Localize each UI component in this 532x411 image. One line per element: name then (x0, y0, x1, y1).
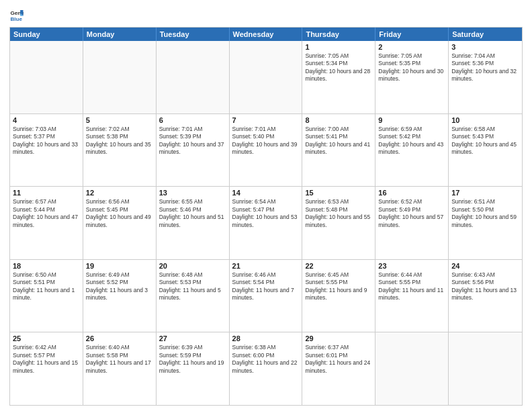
day-info: Sunrise: 6:58 AM Sunset: 5:43 PM Dayligh… (451, 126, 519, 156)
day-number: 1 (305, 43, 372, 51)
day-info: Sunrise: 7:01 AM Sunset: 5:40 PM Dayligh… (232, 126, 300, 156)
day-info: Sunrise: 6:56 AM Sunset: 5:45 PM Dayligh… (86, 198, 153, 229)
day-info: Sunrise: 6:48 AM Sunset: 5:53 PM Dayligh… (159, 271, 226, 302)
day-info: Sunrise: 6:57 AM Sunset: 5:44 PM Dayligh… (13, 198, 80, 229)
day-number: 16 (378, 189, 445, 197)
day-number: 2 (378, 43, 445, 51)
day-number: 25 (13, 334, 80, 342)
calendar-cell: 11Sunrise: 6:57 AM Sunset: 5:44 PM Dayli… (10, 187, 83, 259)
day-info: Sunrise: 7:00 AM Sunset: 5:41 PM Dayligh… (305, 126, 372, 156)
day-number: 8 (305, 116, 372, 124)
page: General Blue SundayMondayTuesdayWednesda… (0, 0, 532, 411)
calendar-row-1: 4Sunrise: 7:03 AM Sunset: 5:37 PM Daylig… (10, 113, 522, 187)
calendar-cell (230, 41, 303, 113)
header: General Blue (9, 8, 523, 23)
day-number: 21 (232, 262, 300, 270)
day-info: Sunrise: 7:05 AM Sunset: 5:34 PM Dayligh… (305, 52, 372, 83)
calendar-cell (10, 41, 83, 113)
day-number: 29 (305, 334, 372, 342)
calendar-cell: 3Sunrise: 7:04 AM Sunset: 5:36 PM Daylig… (449, 41, 522, 113)
calendar-cell (449, 332, 522, 405)
header-day-sunday: Sunday (10, 28, 83, 41)
calendar-cell: 4Sunrise: 7:03 AM Sunset: 5:37 PM Daylig… (10, 114, 83, 187)
day-info: Sunrise: 6:55 AM Sunset: 5:46 PM Dayligh… (159, 198, 226, 229)
calendar-cell: 16Sunrise: 6:52 AM Sunset: 5:49 PM Dayli… (375, 187, 449, 259)
day-number: 17 (451, 189, 519, 197)
day-info: Sunrise: 6:54 AM Sunset: 5:47 PM Dayligh… (232, 198, 300, 229)
day-number: 28 (232, 334, 300, 342)
day-info: Sunrise: 6:53 AM Sunset: 5:48 PM Dayligh… (305, 198, 372, 229)
day-number: 13 (159, 189, 226, 197)
calendar-cell (157, 41, 230, 113)
header-day-thursday: Thursday (302, 28, 375, 41)
header-day-friday: Friday (375, 28, 449, 41)
day-info: Sunrise: 6:51 AM Sunset: 5:50 PM Dayligh… (451, 198, 519, 229)
day-number: 9 (378, 116, 445, 124)
calendar-cell: 7Sunrise: 7:01 AM Sunset: 5:40 PM Daylig… (230, 114, 303, 187)
day-number: 7 (232, 116, 300, 124)
day-number: 18 (13, 262, 80, 270)
day-number: 23 (378, 262, 445, 270)
calendar-cell: 10Sunrise: 6:58 AM Sunset: 5:43 PM Dayli… (449, 114, 522, 187)
calendar-cell: 27Sunrise: 6:39 AM Sunset: 5:59 PM Dayli… (157, 332, 230, 405)
day-info: Sunrise: 6:43 AM Sunset: 5:56 PM Dayligh… (451, 271, 519, 302)
day-number: 5 (86, 116, 153, 124)
calendar: SundayMondayTuesdayWednesdayThursdayFrid… (9, 27, 523, 406)
calendar-cell: 24Sunrise: 6:43 AM Sunset: 5:56 PM Dayli… (449, 260, 522, 332)
calendar-cell: 1Sunrise: 7:05 AM Sunset: 5:34 PM Daylig… (302, 41, 375, 113)
calendar-cell: 15Sunrise: 6:53 AM Sunset: 5:48 PM Dayli… (302, 187, 375, 259)
header-day-saturday: Saturday (449, 28, 522, 41)
svg-text:Blue: Blue (10, 16, 22, 22)
day-info: Sunrise: 6:42 AM Sunset: 5:57 PM Dayligh… (13, 344, 80, 375)
day-info: Sunrise: 7:05 AM Sunset: 5:35 PM Dayligh… (378, 52, 445, 83)
calendar-cell: 12Sunrise: 6:56 AM Sunset: 5:45 PM Dayli… (83, 187, 157, 259)
day-number: 19 (86, 262, 153, 270)
day-info: Sunrise: 7:02 AM Sunset: 5:38 PM Dayligh… (86, 126, 153, 156)
calendar-cell: 23Sunrise: 6:44 AM Sunset: 5:55 PM Dayli… (375, 260, 449, 332)
day-info: Sunrise: 6:52 AM Sunset: 5:49 PM Dayligh… (378, 198, 445, 229)
day-number: 10 (451, 116, 519, 124)
day-number: 11 (13, 189, 80, 197)
day-info: Sunrise: 6:49 AM Sunset: 5:52 PM Dayligh… (86, 271, 153, 302)
calendar-cell: 22Sunrise: 6:45 AM Sunset: 5:55 PM Dayli… (302, 260, 375, 332)
day-info: Sunrise: 6:38 AM Sunset: 6:00 PM Dayligh… (232, 344, 300, 375)
calendar-cell: 20Sunrise: 6:48 AM Sunset: 5:53 PM Dayli… (157, 260, 230, 332)
header-day-wednesday: Wednesday (230, 28, 303, 41)
logo-icon: General Blue (9, 8, 24, 23)
calendar-header: SundayMondayTuesdayWednesdayThursdayFrid… (10, 28, 522, 41)
day-number: 4 (13, 116, 80, 124)
calendar-row-3: 18Sunrise: 6:50 AM Sunset: 5:51 PM Dayli… (10, 259, 522, 332)
day-info: Sunrise: 6:40 AM Sunset: 5:58 PM Dayligh… (86, 344, 153, 375)
day-number: 27 (159, 334, 226, 342)
calendar-cell (375, 332, 449, 405)
day-number: 14 (232, 189, 300, 197)
day-info: Sunrise: 6:39 AM Sunset: 5:59 PM Dayligh… (159, 344, 226, 375)
calendar-cell: 26Sunrise: 6:40 AM Sunset: 5:58 PM Dayli… (83, 332, 157, 405)
day-number: 20 (159, 262, 226, 270)
calendar-row-4: 25Sunrise: 6:42 AM Sunset: 5:57 PM Dayli… (10, 332, 522, 405)
day-info: Sunrise: 6:46 AM Sunset: 5:54 PM Dayligh… (232, 271, 300, 302)
calendar-cell: 29Sunrise: 6:37 AM Sunset: 6:01 PM Dayli… (302, 332, 375, 405)
calendar-row-0: 1Sunrise: 7:05 AM Sunset: 5:34 PM Daylig… (10, 41, 522, 113)
calendar-cell: 8Sunrise: 7:00 AM Sunset: 5:41 PM Daylig… (302, 114, 375, 187)
calendar-cell: 18Sunrise: 6:50 AM Sunset: 5:51 PM Dayli… (10, 260, 83, 332)
header-day-tuesday: Tuesday (157, 28, 230, 41)
header-day-monday: Monday (83, 28, 157, 41)
calendar-row-2: 11Sunrise: 6:57 AM Sunset: 5:44 PM Dayli… (10, 186, 522, 259)
day-number: 15 (305, 189, 372, 197)
day-info: Sunrise: 7:03 AM Sunset: 5:37 PM Dayligh… (13, 126, 80, 156)
calendar-cell: 5Sunrise: 7:02 AM Sunset: 5:38 PM Daylig… (83, 114, 157, 187)
day-number: 24 (451, 262, 519, 270)
day-number: 6 (159, 116, 226, 124)
calendar-cell: 28Sunrise: 6:38 AM Sunset: 6:00 PM Dayli… (230, 332, 303, 405)
calendar-cell: 14Sunrise: 6:54 AM Sunset: 5:47 PM Dayli… (230, 187, 303, 259)
day-info: Sunrise: 6:50 AM Sunset: 5:51 PM Dayligh… (13, 271, 80, 302)
day-number: 12 (86, 189, 153, 197)
calendar-cell: 17Sunrise: 6:51 AM Sunset: 5:50 PM Dayli… (449, 187, 522, 259)
calendar-cell: 6Sunrise: 7:01 AM Sunset: 5:39 PM Daylig… (157, 114, 230, 187)
day-info: Sunrise: 6:59 AM Sunset: 5:42 PM Dayligh… (378, 126, 445, 156)
day-number: 3 (451, 43, 519, 51)
calendar-body: 1Sunrise: 7:05 AM Sunset: 5:34 PM Daylig… (10, 41, 522, 405)
logo: General Blue (9, 8, 26, 23)
calendar-cell: 25Sunrise: 6:42 AM Sunset: 5:57 PM Dayli… (10, 332, 83, 405)
